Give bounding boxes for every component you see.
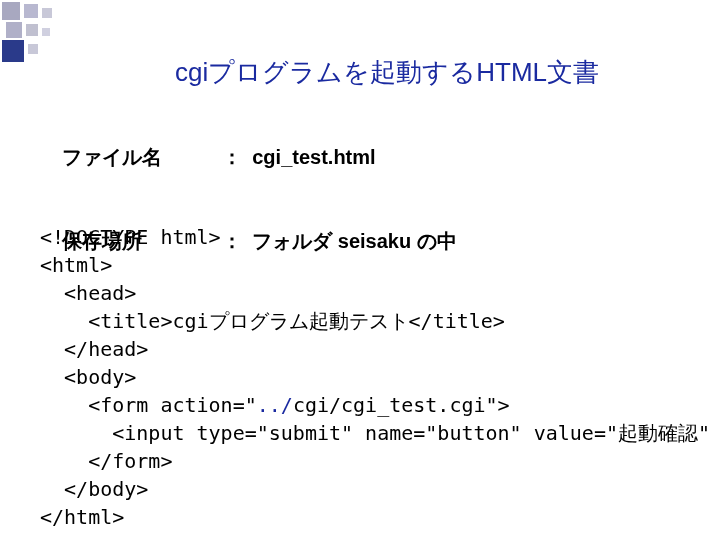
- code-line: </head>: [40, 337, 148, 361]
- code-line: </form>: [40, 449, 172, 473]
- code-line: <!DOCTYPE html>: [40, 225, 221, 249]
- code-line: <input type="submit" name="button" value…: [40, 421, 720, 445]
- filename-value: cgi_test.html: [252, 146, 375, 168]
- code-line: <title>cgiプログラム起動テスト</title>: [40, 309, 505, 333]
- code-line: </body>: [40, 477, 148, 501]
- code-line: <body>: [40, 365, 136, 389]
- code-line: <html>: [40, 253, 112, 277]
- filename-label: ファイル名: [62, 143, 212, 171]
- html-code-block: <!DOCTYPE html> <html> <head> <title>cgi…: [40, 195, 720, 531]
- page-title: cgiプログラムを起動するHTML文書: [175, 55, 599, 90]
- code-line: </html>: [40, 505, 124, 529]
- form-action-path: ../: [257, 393, 293, 417]
- code-line: <form action="../cgi/cgi_test.cgi">: [40, 393, 510, 417]
- code-line: <head>: [40, 281, 136, 305]
- decorative-squares: [0, 0, 100, 80]
- colon: ：: [212, 143, 252, 171]
